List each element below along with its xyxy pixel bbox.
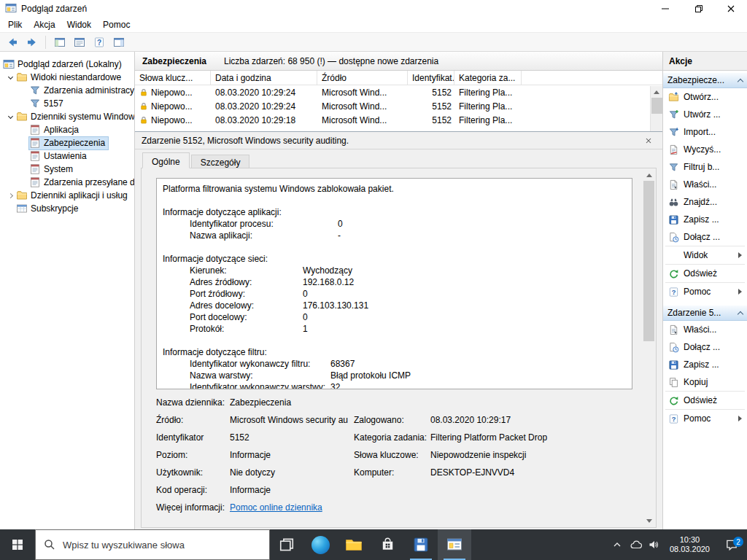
column-header-event-id[interactable]: Identyfikat... [408,71,454,85]
action-save-all-events[interactable]: Zapisz ... [663,211,747,228]
collapse-section-icon[interactable] [738,311,743,316]
action-event-help[interactable]: Pomoc [663,410,747,427]
taskbar-clock[interactable]: 10:30 08.03.2020 [663,535,716,554]
tree-item-root[interactable]: Podgląd zdarzeń (Lokalny) [0,58,134,71]
import-custom-view-icon [668,127,679,138]
pinned-app-button[interactable] [404,529,438,560]
tree-item-security[interactable]: Zabezpieczenia [0,136,134,149]
action-save-selected-events[interactable]: Zapisz ... [663,356,747,373]
scroll-up-icon[interactable] [643,169,654,181]
open-saved-log-icon [668,92,679,103]
file-explorer-taskbar-button[interactable] [337,529,371,560]
event-viewer-window: Podgląd zdarzeń Plik Akcja Widok Pomoc [0,0,747,529]
tree-item-5157[interactable]: 5157 [0,97,134,110]
action-attach-task[interactable]: Dołącz ... [663,228,747,246]
show-action-pane-button[interactable] [109,34,128,50]
help-toolbar-button[interactable] [90,34,108,50]
close-button[interactable] [714,0,747,18]
tray-overflow-button[interactable] [608,529,627,560]
action-refresh[interactable]: Odśwież [663,265,747,282]
properties-button[interactable] [70,34,88,50]
tree-label: Widoki niestandardowe [31,72,121,82]
action-center-button[interactable]: 2 [716,538,747,551]
online-help-link[interactable]: Pomoc online dziennika [230,502,354,513]
tree-item-subscriptions[interactable]: Subskrypcje [0,202,134,215]
column-header-category[interactable]: Kategoria za... [454,71,522,85]
event-row[interactable]: Niepowo... 08.03.2020 10:29:24 Microsoft… [135,99,662,113]
back-button[interactable] [3,34,21,50]
tab-general[interactable]: Ogólne [142,152,190,168]
tree-item-application[interactable]: Aplikacja [0,123,134,136]
action-event-properties[interactable]: Właści... [663,321,747,338]
show-console-tree-button[interactable] [50,34,69,50]
tree-item-setup[interactable]: Ustawienia [0,149,134,163]
column-header-keywords[interactable]: Słowa klucz... [135,71,211,85]
column-header-datetime[interactable]: Data i godzina [211,71,317,85]
action-help-submenu[interactable]: Pomoc [663,283,747,300]
console-tree-icon [54,36,66,48]
tree-item-app-service-logs[interactable]: Dzienniki aplikacji i usług [0,189,134,202]
tree-item-forwarded-events[interactable]: Zdarzenia przesyłane d [0,176,134,189]
tree-item-admin-events[interactable]: Zdarzenia administracy [0,84,134,97]
log-title: Zabezpieczenia [142,56,206,66]
audit-failure-lock-icon [139,115,148,125]
restore-button[interactable] [681,0,714,18]
subscriptions-icon [16,203,28,214]
scrollbar-thumb[interactable] [651,98,662,114]
action-log-properties[interactable]: Właści... [663,176,747,193]
action-filter-current-log[interactable]: Filtruj b... [663,158,747,176]
action-find[interactable]: Znajdź... [663,193,747,211]
expander-icon[interactable] [4,77,16,79]
event-list-scrollbar[interactable] [650,86,662,131]
tree-label: Dzienniki systemu Window [31,112,135,122]
menu-pomoc[interactable]: Pomoc [97,18,136,32]
properties-icon [668,179,679,190]
start-button[interactable] [0,529,35,560]
expander-icon[interactable] [4,116,16,118]
action-section-security[interactable]: Zabezpiecze... [663,73,747,88]
action-event-refresh[interactable]: Odśwież [663,392,747,409]
event-list-header: Słowa klucz... Data i godzina Źródło Ide… [135,71,662,85]
event-viewer-app-icon [5,2,17,16]
log-icon [29,124,41,136]
volume-tray-button[interactable] [645,529,663,560]
menu-plik[interactable]: Plik [2,18,28,32]
action-view-submenu[interactable]: Widok [663,246,747,264]
action-attach-task-to-event[interactable]: Dołącz ... [663,338,747,356]
action-import-custom-view[interactable]: Import... [663,123,747,141]
event-row[interactable]: Niepowo... 08.03.2020 10:29:24 Microsoft… [135,85,662,99]
forward-button[interactable] [23,34,41,50]
scrollbar-thumb[interactable] [643,181,654,341]
action-clear-log[interactable]: Wyczyś... [663,141,747,158]
minimize-button[interactable] [649,0,681,18]
microsoft-store-icon [379,537,396,553]
audit-failure-lock-icon [139,101,148,112]
event-viewer-taskbar-button[interactable] [438,529,471,560]
tree-item-system[interactable]: System [0,163,134,176]
menu-akcja[interactable]: Akcja [28,18,61,32]
taskbar-search[interactable]: Wpisz tu wyszukiwane słowa [35,529,270,560]
tree-item-windows-logs[interactable]: Dzienniki systemu Window [0,110,134,123]
tree-item-custom-views[interactable]: Widoki niestandardowe [0,71,134,84]
log-icon [29,137,41,149]
microsoft-store-taskbar-button[interactable] [371,529,404,560]
folder-icon [16,111,28,122]
tab-details[interactable]: Szczegóły [191,155,250,168]
expander-icon[interactable] [4,194,16,198]
event-row[interactable]: Niepowo... 08.03.2020 10:29:18 Microsoft… [135,113,662,127]
action-open-saved-log[interactable]: Otwórz... [663,88,747,106]
detail-close-button[interactable] [641,133,656,148]
column-header-source[interactable]: Źródło [317,71,408,85]
menu-widok[interactable]: Widok [61,18,97,32]
scroll-down-icon[interactable] [643,515,654,526]
detail-scrollbar[interactable] [643,169,655,526]
action-copy[interactable]: Kopiuj [663,373,747,391]
task-view-button[interactable] [270,529,303,560]
onedrive-tray-button[interactable] [627,529,645,560]
action-create-custom-view[interactable]: Utwórz ... [663,106,747,123]
action-section-event[interactable]: Zdarzenie 5... [663,306,747,321]
filter-icon [29,98,41,109]
edge-taskbar-button[interactable] [303,529,337,560]
scroll-up-icon[interactable] [651,86,662,98]
collapse-section-icon[interactable] [738,78,743,84]
